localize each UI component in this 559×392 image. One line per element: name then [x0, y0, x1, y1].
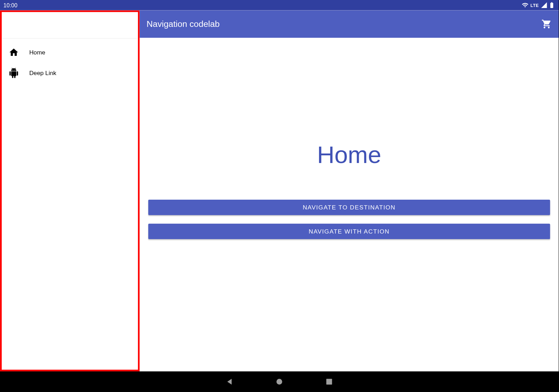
app-bar: Navigation codelab — [140, 10, 559, 38]
svg-rect-1 — [326, 379, 332, 384]
drawer-item-label: Home — [29, 49, 45, 56]
android-icon — [9, 68, 19, 78]
svg-point-0 — [276, 379, 282, 384]
battery-icon — [548, 2, 555, 9]
drawer-item-label: Deep Link — [29, 69, 57, 76]
wifi-icon — [522, 2, 529, 9]
system-navigation-bar — [0, 371, 559, 392]
back-button-icon[interactable] — [225, 377, 234, 386]
network-type-label: LTE — [530, 3, 539, 8]
shopping-cart-icon[interactable] — [542, 19, 552, 29]
main-content-area: Navigation codelab Home NAVIGATE TO DEST… — [140, 10, 559, 371]
house-icon — [9, 47, 19, 58]
drawer-header — [2, 12, 138, 38]
page-content: Home NAVIGATE TO DESTINATION NAVIGATE WI… — [140, 38, 559, 371]
status-bar: 10:00 LTE — [0, 0, 559, 10]
overview-button-icon[interactable] — [325, 377, 334, 386]
app-bar-title: Navigation codelab — [146, 19, 219, 29]
cellular-signal-icon — [540, 2, 547, 9]
clock-text: 10:00 — [3, 2, 17, 8]
drawer-item-home[interactable]: Home — [2, 42, 138, 63]
home-button-icon[interactable] — [275, 377, 284, 386]
page-heading: Home — [317, 141, 381, 169]
navigation-drawer: Home Deep Link — [0, 10, 140, 371]
drawer-list: Home Deep Link — [2, 39, 138, 83]
navigate-with-action-button[interactable]: NAVIGATE WITH ACTION — [148, 224, 550, 239]
drawer-item-deep-link[interactable]: Deep Link — [2, 63, 138, 83]
navigate-to-destination-button[interactable]: NAVIGATE TO DESTINATION — [148, 200, 550, 215]
status-icons: LTE — [522, 2, 556, 9]
